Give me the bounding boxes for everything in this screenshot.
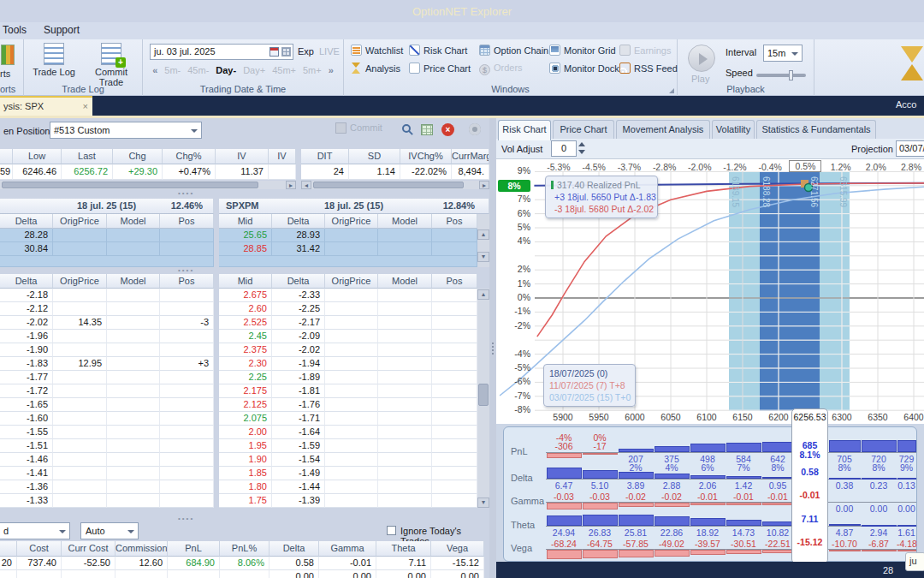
vol-adjust-down-icon[interactable] — [578, 150, 585, 154]
windows-item-watchlist[interactable]: Watchlist — [351, 45, 403, 58]
date-expand-icon[interactable] — [281, 47, 291, 57]
chain-cell — [432, 302, 477, 316]
column-header: Delta — [270, 541, 319, 557]
time-step-5mminus[interactable]: 5m- — [164, 65, 181, 75]
column-header: DIT — [301, 149, 349, 164]
chain-cell — [325, 453, 378, 467]
greek-bar — [654, 503, 690, 507]
reports-button-label[interactable]: rts — [0, 69, 10, 79]
column-header: Delta — [0, 214, 53, 229]
splitter-handle[interactable]: •••• — [178, 269, 204, 272]
chain-cell — [378, 494, 432, 508]
time-step-Dayplus[interactable]: Day+ — [243, 65, 265, 75]
tab-risk-chart[interactable]: Risk Chart — [498, 120, 551, 140]
splitter-handle[interactable]: •••• — [178, 192, 204, 195]
trading-date-input[interactable]: ju. 03 jul. 2025 — [150, 44, 293, 60]
tab-statistics-fundamentals[interactable]: Statistics & Fundamentals — [756, 120, 876, 139]
scroll-down-icon[interactable]: ▾ — [477, 498, 489, 508]
greek-bar — [690, 475, 726, 479]
vol-adjust-up-icon[interactable] — [578, 142, 585, 146]
time-step-45mplus[interactable]: 45m+ — [272, 65, 296, 75]
column-header: OrigPrice — [53, 214, 107, 229]
tab-price-chart[interactable]: Price Chart — [553, 120, 614, 139]
chain-cell: -1.89 — [272, 371, 325, 384]
scroll-left-icon[interactable]: ◂ — [301, 181, 311, 189]
greek-value: 7299% — [897, 455, 916, 472]
chain-cell — [160, 229, 214, 242]
exp-label[interactable]: Exp — [298, 46, 314, 57]
tab-close-icon[interactable]: × — [83, 98, 88, 116]
windows-item-analysis[interactable]: Analysis — [351, 63, 400, 76]
ignore-trades-checkbox[interactable] — [387, 526, 396, 535]
chain-cell — [160, 242, 214, 256]
tab-volatility[interactable]: Volatility — [712, 120, 755, 139]
windows-item-risk-chart[interactable]: Risk Chart — [409, 45, 467, 58]
chain-cell: -1.90 — [0, 343, 53, 357]
scroll-right-icon[interactable]: ▸ — [286, 181, 296, 189]
vol-adjust-label: Vol Adjust — [501, 144, 542, 154]
chain-cell: -1.33 — [0, 494, 53, 508]
time-step-bar: «5m-45m-Day-Day+45m+5m+» — [145, 65, 341, 79]
scroll-down-icon[interactable]: ▾ — [477, 252, 489, 262]
projection-date-input[interactable]: 03/07/2025 — [896, 140, 924, 157]
greek-row-label: PnL — [511, 446, 528, 456]
menu-item-support[interactable]: Support — [35, 22, 88, 38]
chain-cell: -1.44 — [272, 480, 325, 494]
forward-icon[interactable]: » — [329, 65, 334, 75]
chain-cell — [432, 412, 477, 426]
cell: -15.12 — [431, 557, 484, 570]
mode-dropdown[interactable]: Auto — [80, 522, 139, 539]
menu-item-tools[interactable]: Tools — [0, 22, 35, 38]
chain-cell: -1.96 — [0, 330, 53, 343]
scroll-right-icon[interactable]: ▸ — [479, 181, 489, 189]
chain-cell — [432, 426, 477, 439]
quote-scrollbar2-thumb[interactable] — [313, 182, 464, 188]
time-step-5mplus[interactable]: 5m+ — [303, 65, 322, 75]
chain-cell: -2.12 — [0, 302, 53, 316]
quote-scrollbar-thumb[interactable] — [2, 182, 258, 188]
column-header: Model — [107, 274, 160, 289]
cell — [168, 570, 220, 578]
chain-cell — [325, 289, 378, 302]
ribbon-button-trade-log[interactable]: Trade Log — [29, 43, 79, 82]
cell: 0.58 — [270, 557, 319, 570]
trade-filter-dropdown[interactable]: d — [0, 522, 70, 539]
tab-movement-analysis[interactable]: Movement Analysis — [616, 120, 710, 139]
greek-bar — [862, 550, 897, 551]
chain-cell — [325, 229, 378, 242]
chain-cell: 2.30 — [219, 357, 272, 371]
calendar-icon[interactable] — [270, 47, 279, 57]
greek-value: -68.24 — [546, 539, 582, 548]
ribbon-button-commit-trade[interactable]: Commit Trade — [82, 43, 140, 82]
chain-cell — [160, 467, 214, 480]
chain-cell — [107, 494, 160, 508]
splitter-handle[interactable]: •••• — [178, 517, 204, 521]
chain-cell: -1.60 — [0, 412, 53, 426]
vertical-splitter[interactable] — [489, 118, 496, 578]
greek-value: 2072% — [618, 455, 654, 472]
column-header: Pos — [432, 274, 477, 289]
column-header: Gamma — [319, 541, 376, 557]
time-step-Dayminus[interactable]: Day- — [216, 65, 236, 75]
chain-cell: 2.60 — [219, 302, 272, 316]
column-header: Last — [62, 149, 113, 164]
chain-cell — [53, 426, 107, 439]
rewind-icon[interactable]: « — [152, 65, 157, 75]
vol-adjust-spinner[interactable]: 0 — [551, 140, 577, 157]
put-scrollbar-thumb[interactable] — [478, 384, 489, 406]
windows-item-price-chart[interactable]: Price Chart — [409, 63, 471, 76]
time-step-45mminus[interactable]: 45m- — [187, 65, 209, 75]
scroll-up-icon[interactable]: ▴ — [477, 289, 489, 300]
chevron-down-icon — [127, 530, 134, 533]
chain-cell — [53, 494, 107, 508]
chain-cell — [378, 330, 432, 343]
chain-cell — [325, 480, 378, 494]
tab-analysis-spx[interactable]: ysis: SPX × — [0, 96, 92, 116]
call-iv-label: 12.46% — [171, 199, 203, 213]
status-value: 28 — [883, 565, 893, 575]
scroll-up-icon[interactable]: ▴ — [477, 229, 489, 240]
cell: 59 — [0, 164, 13, 180]
greek-bar — [829, 524, 861, 526]
greek-value: 22.86 — [654, 528, 690, 537]
date-tooltip-text: ju — [909, 556, 917, 566]
